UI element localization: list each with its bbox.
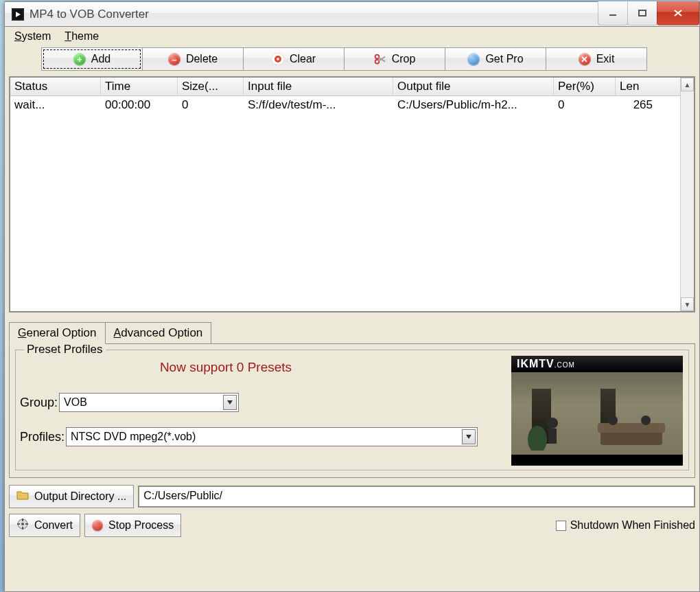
window-title: MP4 to VOB Converter: [30, 8, 598, 21]
crop-label: Crop: [392, 53, 416, 65]
table-row[interactable]: wait... 00:00:00 0 S:/f/dev/test/m-... C…: [10, 96, 680, 114]
minimize-button[interactable]: [598, 1, 628, 25]
pro-icon: [467, 53, 480, 65]
profiles-label: Profiles:: [20, 430, 65, 444]
svg-point-13: [641, 415, 651, 425]
delete-label: Delete: [186, 53, 218, 65]
toolbar: + Add – Delete Clear Crop Get Pro: [5, 46, 699, 72]
app-icon: [12, 8, 24, 21]
option-tabs: General Option Advanced Option Preset Pr…: [9, 322, 695, 478]
svg-rect-19: [17, 523, 20, 525]
table-header[interactable]: Status Time Size(... Input file Output f…: [10, 78, 680, 96]
video-preview: IKMTV.COM: [511, 356, 683, 466]
svg-rect-2: [609, 14, 616, 16]
app-window: MP4 to VOB Converter System Theme + Add: [4, 1, 700, 592]
getpro-button[interactable]: Get Pro: [445, 47, 546, 71]
svg-marker-7: [466, 435, 471, 439]
tab-advanced[interactable]: Advanced Option: [105, 322, 212, 343]
vertical-scrollbar[interactable]: ▲ ▼: [680, 78, 694, 311]
svg-point-12: [608, 415, 618, 425]
convert-label: Convert: [34, 519, 73, 532]
preset-message: Now support 0 Presets: [102, 360, 349, 375]
output-path-value: C:/Users/Public/: [143, 490, 222, 501]
col-output[interactable]: Output file: [393, 78, 554, 95]
menu-system[interactable]: System: [8, 28, 58, 45]
svg-rect-9: [598, 423, 665, 433]
convert-button[interactable]: Convert: [9, 514, 80, 537]
group-label: Group:: [20, 396, 58, 410]
plus-icon: +: [73, 53, 86, 65]
menu-bar: System Theme: [5, 27, 699, 46]
clear-button[interactable]: Clear: [243, 47, 345, 71]
col-time[interactable]: Time: [101, 78, 178, 95]
preset-profiles-fieldset: Preset Profiles Now support 0 Presets Gr…: [15, 350, 689, 470]
stop-button[interactable]: Stop Process: [84, 514, 181, 537]
title-bar[interactable]: MP4 to VOB Converter: [4, 1, 700, 26]
checkbox-icon[interactable]: [556, 521, 566, 531]
group-value: VOB: [64, 396, 223, 409]
profiles-combo[interactable]: NTSC DVD mpeg2(*.vob): [66, 427, 478, 446]
convert-icon: [16, 518, 29, 533]
add-label: Add: [91, 53, 110, 65]
chevron-down-icon[interactable]: [462, 429, 476, 444]
group-combo[interactable]: VOB: [59, 393, 239, 412]
stop-label: Stop Process: [108, 519, 174, 532]
clear-icon: [272, 53, 284, 65]
shutdown-checkbox[interactable]: Shutdown When Finished: [556, 519, 695, 532]
output-directory-button[interactable]: Output Directory ...: [9, 485, 134, 508]
col-input[interactable]: Input file: [244, 78, 393, 95]
col-status[interactable]: Status: [10, 78, 101, 95]
file-list: Status Time Size(... Input file Output f…: [9, 76, 695, 312]
maximize-button[interactable]: [627, 1, 657, 25]
svg-point-16: [21, 523, 24, 525]
delete-button[interactable]: – Delete: [142, 47, 244, 71]
menu-theme[interactable]: Theme: [58, 28, 106, 45]
shutdown-label: Shutdown When Finished: [570, 519, 695, 532]
scroll-down-icon[interactable]: ▼: [681, 297, 694, 311]
folder-icon: [16, 490, 29, 503]
col-per[interactable]: Per(%): [554, 78, 616, 95]
svg-marker-6: [227, 400, 233, 405]
close-button[interactable]: [657, 1, 699, 25]
clear-label: Clear: [290, 53, 316, 65]
col-size[interactable]: Size(...: [178, 78, 244, 95]
svg-rect-11: [548, 429, 557, 444]
chevron-down-icon[interactable]: [223, 395, 237, 410]
scroll-up-icon[interactable]: ▲: [681, 78, 694, 91]
preset-legend: Preset Profiles: [24, 343, 106, 356]
minus-icon: –: [168, 53, 180, 65]
svg-point-14: [528, 426, 547, 451]
exit-icon: ✕: [579, 53, 591, 65]
scissors-icon: [374, 53, 386, 65]
output-path-input[interactable]: C:/Users/Public/: [138, 486, 695, 508]
svg-point-10: [547, 418, 558, 429]
output-directory-label: Output Directory ...: [34, 490, 126, 503]
svg-rect-17: [22, 519, 23, 521]
exit-label: Exit: [596, 53, 615, 65]
svg-rect-18: [22, 527, 23, 530]
crop-button[interactable]: Crop: [344, 47, 445, 71]
svg-rect-3: [639, 10, 646, 16]
svg-rect-20: [25, 523, 28, 525]
preview-brand: IKMTV.COM: [517, 358, 575, 370]
profiles-value: NTSC DVD mpeg2(*.vob): [71, 431, 462, 443]
stop-icon: [92, 520, 103, 531]
tab-general[interactable]: General Option: [9, 322, 106, 344]
exit-button[interactable]: ✕ Exit: [546, 47, 647, 71]
add-button[interactable]: + Add: [41, 47, 143, 71]
col-len[interactable]: Len: [616, 78, 657, 95]
getpro-label: Get Pro: [485, 53, 523, 65]
